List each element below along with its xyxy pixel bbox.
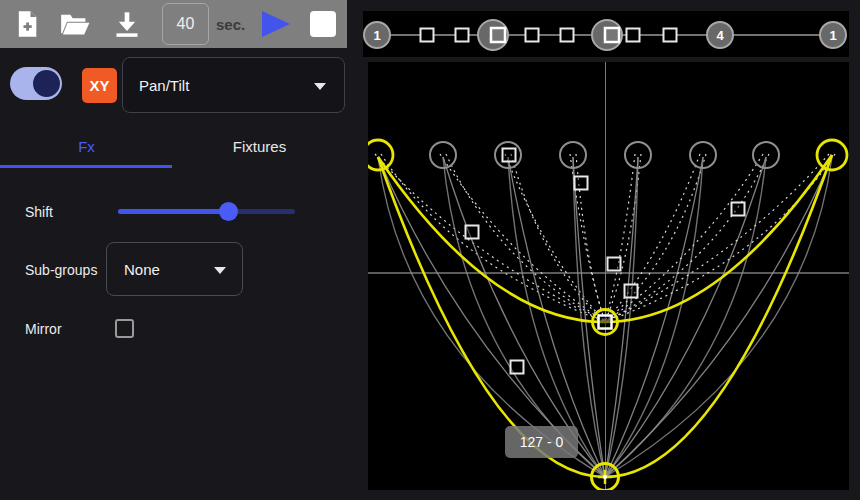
keyframe-square[interactable] [503,149,516,162]
fx-path [505,154,605,322]
timeline-step-square[interactable] [627,29,640,42]
stop-button[interactable] [310,11,336,37]
parameter-mode-value: Pan/Tilt [139,77,189,94]
shift-label: Shift [25,204,53,220]
focus-marker-dot [603,475,607,479]
step-timeline[interactable]: 12341 [363,11,849,57]
open-folder-icon[interactable] [60,10,90,38]
keyframe-square[interactable] [511,361,524,374]
subgroups-select[interactable]: None [106,242,243,296]
toggle-knob [33,70,60,97]
pan-tilt-canvas[interactable]: 127 - 0 [368,62,849,490]
fx-path [381,154,605,322]
timeline-group-number: 1 [829,28,836,43]
tab-row: Fx Fixtures [0,125,347,167]
duration-unit-label: sec. [216,0,245,48]
timeline-step-square[interactable] [664,29,677,42]
fixture-node[interactable] [430,142,456,168]
value-tooltip-text: 127 - 0 [520,434,564,450]
timeline-group-number: 4 [716,28,724,43]
keyframe-square[interactable] [466,226,479,239]
mirror-checkbox[interactable] [115,319,134,338]
subgroups-label: Sub-groups [25,262,97,278]
fx-enable-toggle[interactable] [10,67,62,100]
active-tab-underline [0,165,172,168]
fx-editor-panel: 40 sec. XY Pan/Tilt Fx Fixtures Shift Su… [0,0,347,500]
new-file-icon[interactable] [12,10,42,38]
keyframe-square[interactable] [599,316,612,329]
shift-slider-thumb[interactable] [219,202,238,221]
keyframe-square[interactable] [625,285,638,298]
timeline-step-square[interactable] [456,29,469,42]
timeline-step-square[interactable] [605,28,619,42]
keyframe-square[interactable] [732,203,745,216]
tab-fx[interactable]: Fx [0,125,173,167]
download-icon[interactable] [112,10,142,38]
timeline-group-number: 1 [373,28,380,43]
timeline-step-square[interactable] [421,29,434,42]
toolbar: 40 sec. [0,0,347,48]
chevron-down-icon [314,83,326,90]
tab-fixtures[interactable]: Fixtures [173,125,346,167]
xy-mode-button[interactable]: XY [82,68,117,103]
subgroups-value: None [124,261,160,278]
keyframe-square[interactable] [575,177,588,190]
parameter-mode-select[interactable]: Pan/Tilt [122,57,345,113]
timeline-step-square[interactable] [526,29,539,42]
duration-input[interactable]: 40 [162,3,209,45]
fixture-node[interactable] [753,142,779,168]
play-button[interactable] [262,11,290,37]
mirror-label: Mirror [25,321,62,337]
timeline-step-square[interactable] [561,29,574,42]
shift-slider[interactable] [118,209,295,214]
keyframe-square[interactable] [608,258,621,271]
chevron-down-icon [214,267,226,274]
shift-slider-fill [118,209,228,214]
timeline-step-square[interactable] [491,28,505,42]
